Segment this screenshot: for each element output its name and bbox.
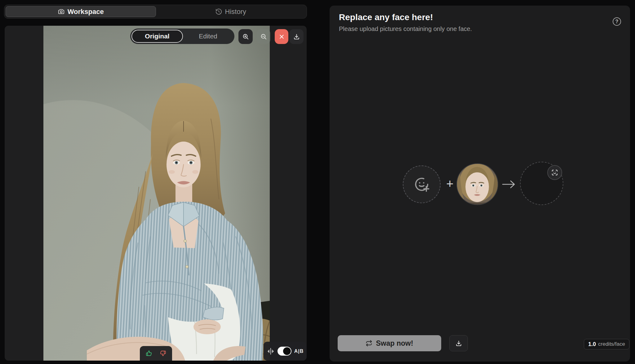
swap-arrows-icon [366,340,372,347]
swap-now-label: Swap now! [376,339,413,348]
credits-unit: credits/face [598,341,625,347]
source-face-image [457,164,498,204]
ab-toggle-switch[interactable] [278,347,291,356]
zoom-in-icon [242,33,249,40]
download-result-button[interactable] [449,335,468,351]
arrow-right-icon [501,179,517,189]
compare-toggle: Original Edited [130,29,234,44]
zoom-out-icon [260,33,267,40]
credits-badge: 1.0 credits/face [584,339,629,349]
ab-toggle-knob [283,347,291,355]
download-icon [293,33,300,40]
top-tab-bar: Workspace History [4,5,307,19]
upload-target-face-button[interactable] [403,165,441,203]
toggle-original[interactable]: Original [131,30,183,43]
portrait-photo [43,26,270,361]
help-button[interactable]: ? [613,17,621,26]
tab-history-label: History [225,8,246,16]
download-icon [455,340,462,347]
toggle-edited-label: Edited [199,33,217,40]
face-swap-panel: Replace any face here! Please upload pic… [330,6,630,362]
ab-label: A|B [294,349,304,354]
toggle-original-label: Original [145,33,169,40]
tab-workspace[interactable]: Workspace [6,6,156,17]
download-image-button[interactable] [289,29,304,44]
swap-now-button[interactable]: Swap now! [338,335,441,351]
close-icon [278,33,285,40]
panel-subtitle: Please upload pictures containing only o… [339,25,472,33]
ab-compare-bar: A|B [264,342,307,361]
close-button[interactable] [275,29,288,44]
camera-icon [58,8,65,15]
add-face-icon [413,175,431,193]
tab-history[interactable]: History [156,6,306,17]
toggle-edited[interactable]: Edited [183,30,233,43]
face-scan-icon [551,169,558,176]
thumbs-up-icon[interactable] [146,350,152,357]
zoom-in-button[interactable] [238,29,253,44]
detect-face-button[interactable] [547,165,562,180]
portrait-photo-illustration [43,26,270,361]
thumbs-down-icon[interactable] [160,350,166,357]
panel-title: Replace any face here! [339,12,433,22]
source-face-thumbnail[interactable] [456,163,498,205]
tab-workspace-label: Workspace [68,8,104,16]
credits-value: 1.0 [588,341,596,348]
feedback-bar [140,346,172,361]
image-viewer-panel: Original Edited [5,26,307,361]
question-mark-icon: ? [615,19,619,24]
history-clock-icon [215,8,222,15]
plus-icon: + [444,177,456,191]
split-compare-icon [267,347,275,355]
zoom-out-button[interactable] [257,29,270,44]
